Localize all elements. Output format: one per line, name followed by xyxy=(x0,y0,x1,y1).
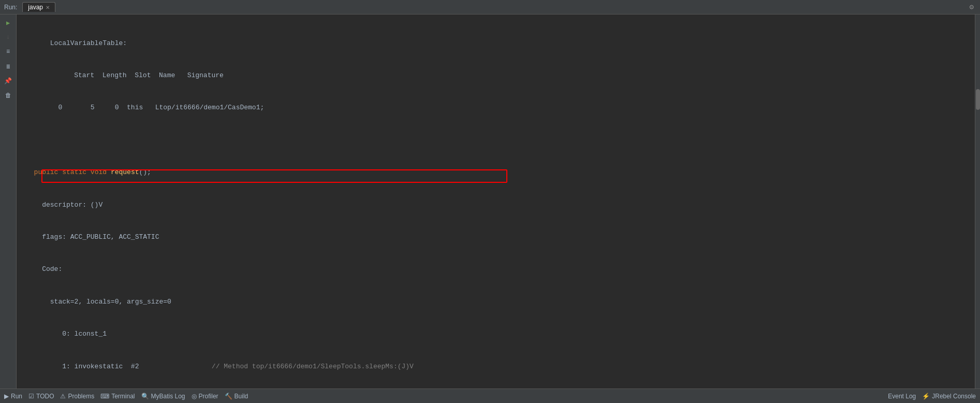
todo-label: TODO xyxy=(36,393,54,400)
mybatis-label: MyBatis Log xyxy=(151,393,185,400)
run-bottom-icon: ▶ xyxy=(4,393,9,400)
code-content: LocalVariableTable: Start Length Slot Na… xyxy=(17,17,975,388)
down-button: ↓ xyxy=(2,31,14,44)
row1-line: 0 5 0 this Ltop/it6666/demo1/CasDemo1; xyxy=(25,103,967,113)
play-button[interactable]: ▶ xyxy=(2,17,14,29)
mybatis-bottom-item[interactable]: 🔍 MyBatis Log xyxy=(141,393,185,400)
terminal-bottom-item[interactable]: ⌨ Terminal xyxy=(100,393,135,400)
bottom-right: Event Log ⚡ JRebel Console xyxy=(888,393,976,400)
todo-bottom-item[interactable]: ☑ TODO xyxy=(28,393,54,400)
descriptor-v-line: descriptor: ()V xyxy=(25,200,967,211)
main-area: ▶ ↓ ≡ ≣ 📌 🗑 LocalVariableTable: Start Le… xyxy=(0,15,980,388)
jrebel-label: JRebel Console xyxy=(932,393,976,400)
build-icon: 🔨 xyxy=(225,393,232,400)
profiler-bottom-item[interactable]: ◎ Profiler xyxy=(192,393,218,400)
public-request-line: public static void request(); xyxy=(25,167,967,178)
run-label: Run: xyxy=(4,4,17,11)
content-area[interactable]: LocalVariableTable: Start Length Slot Na… xyxy=(17,15,975,388)
build-label: Build xyxy=(235,393,248,400)
settings-icon[interactable]: ⚙ xyxy=(968,2,976,12)
profiler-label: Profiler xyxy=(199,393,218,400)
tab-close-icon[interactable]: ✕ xyxy=(46,5,50,10)
build-bottom-item[interactable]: 🔨 Build xyxy=(225,393,248,400)
todo-icon: ☑ xyxy=(28,393,34,400)
terminal-icon: ⌨ xyxy=(100,393,109,400)
mybatis-icon: 🔍 xyxy=(141,393,149,400)
problems-icon: ⚠ xyxy=(60,393,66,400)
profiler-icon: ◎ xyxy=(192,393,197,400)
terminal-label: Terminal xyxy=(111,393,135,400)
pin-button[interactable]: 📌 xyxy=(2,75,14,87)
local-var-header-line: LocalVariableTable: xyxy=(25,38,967,49)
lines-button[interactable]: ≡ xyxy=(2,46,14,58)
header-cols-line: Start Length Slot Name Signature xyxy=(25,70,967,81)
blank1 xyxy=(25,135,967,146)
code-label-line: Code: xyxy=(25,264,967,275)
lines2-button[interactable]: ≣ xyxy=(2,60,14,73)
event-log-item[interactable]: Event Log xyxy=(888,393,916,400)
flags-request-line: flags: ACC_PUBLIC, ACC_STATIC xyxy=(25,232,967,243)
top-bar-icons: ⚙ xyxy=(968,2,976,12)
problems-label: Problems xyxy=(68,393,94,400)
jrebel-item[interactable]: ⚡ JRebel Console xyxy=(922,393,976,400)
op1-line: 1: invokestatic #2 // Method top/it6666/… xyxy=(25,362,967,372)
tab-label: javap xyxy=(28,4,43,11)
run-bottom-label: Run xyxy=(11,393,22,400)
op0-line: 0: lconst_1 xyxy=(25,329,967,340)
jrebel-icon: ⚡ xyxy=(922,393,930,400)
left-toolbar: ▶ ↓ ≡ ≣ 📌 🗑 xyxy=(0,15,17,388)
right-scrollbar[interactable] xyxy=(975,15,980,388)
scrollbar-thumb[interactable] xyxy=(976,89,980,110)
top-bar: Run: javap ✕ ⚙ xyxy=(0,0,980,15)
event-log-label: Event Log xyxy=(888,393,916,400)
tab-area: Run: javap ✕ xyxy=(4,2,55,12)
stack-locals-line: stack=2, locals=0, args_size=0 xyxy=(25,297,967,308)
bottom-bar: ▶ Run ☑ TODO ⚠ Problems ⌨ Terminal 🔍 MyB… xyxy=(0,388,980,403)
problems-bottom-item[interactable]: ⚠ Problems xyxy=(60,393,94,400)
run-bottom-item[interactable]: ▶ Run xyxy=(4,393,22,400)
javap-tab[interactable]: javap ✕ xyxy=(22,2,55,12)
bottom-left: ▶ Run ☑ TODO ⚠ Problems ⌨ Terminal 🔍 MyB… xyxy=(4,393,248,400)
trash-button[interactable]: 🗑 xyxy=(2,89,14,102)
